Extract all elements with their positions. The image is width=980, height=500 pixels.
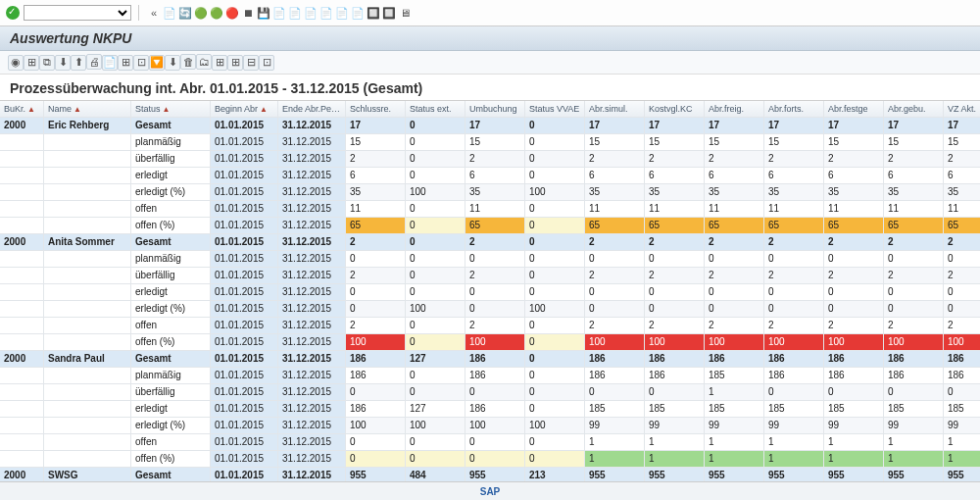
cell: 2 — [884, 233, 944, 250]
cell: 2 — [705, 233, 764, 250]
toolbar-button[interactable]: 📄 — [162, 5, 177, 21]
alv-button[interactable]: ⊞ — [24, 55, 39, 71]
toolbar-button[interactable]: 📄 — [350, 5, 366, 21]
cell: 2 — [346, 267, 406, 283]
cell: 6 — [346, 167, 406, 183]
column-header[interactable]: Abr.freig. — [705, 101, 764, 118]
column-header[interactable]: Beginn Abr▲ — [211, 101, 278, 118]
alv-button[interactable]: ⊟ — [243, 55, 259, 71]
app-toolbar: «📄🔄🟢🟢🔴⏹💾📄📄📄📄📄📄🔲🔲🖥 — [0, 0, 980, 26]
column-header[interactable]: Abr.simul. — [585, 101, 645, 118]
cell: 01.01.2015 — [211, 350, 278, 367]
toolbar-button[interactable]: 📄 — [287, 5, 303, 21]
table-row[interactable]: überfällig01.01.201531.12.20152020222222… — [0, 150, 980, 167]
column-header[interactable]: Abr.forts. — [764, 101, 824, 118]
table-row[interactable]: erledigt (%)01.01.201531.12.201535100351… — [0, 183, 980, 200]
table-row[interactable]: überfällig01.01.201531.12.20150000001000… — [0, 383, 980, 400]
toolbar-button[interactable]: 🟢 — [193, 5, 209, 21]
cell: überfällig — [131, 267, 211, 283]
cell: 65 — [944, 217, 981, 233]
table-row[interactable]: offen01.01.201531.12.2015202022222222222… — [0, 317, 980, 333]
toolbar-button[interactable]: 🔴 — [224, 5, 240, 21]
table-row[interactable]: offen (%)01.01.201531.12.201510001000100… — [0, 333, 980, 350]
cell: 2000 — [0, 350, 44, 367]
cell: 01.01.2015 — [211, 200, 278, 217]
table-row[interactable]: offen (%)01.01.201531.12.201565065065656… — [0, 217, 980, 233]
table-row[interactable]: erledigt (%)01.01.201531.12.201501000100… — [0, 300, 980, 317]
cell — [44, 300, 131, 317]
column-header[interactable]: Ende Abr.Per.▲ — [278, 101, 346, 118]
table-row[interactable]: 2000Eric RehbergGesamt01.01.201531.12.20… — [0, 117, 980, 133]
alv-button[interactable]: ⬇ — [165, 55, 180, 71]
toolbar-button[interactable]: 💾 — [256, 5, 271, 21]
cell: 0 — [944, 383, 981, 400]
column-header[interactable]: VZ Akt. — [944, 101, 981, 118]
column-header[interactable]: Name▲ — [44, 101, 131, 118]
toolbar-button[interactable]: 🟢 — [209, 5, 224, 21]
cell: 2 — [705, 150, 764, 167]
table-row[interactable]: erledigt01.01.201531.12.2015606066666666… — [0, 167, 980, 183]
table-row[interactable]: offen (%)01.01.201531.12.201500001111111… — [0, 450, 980, 467]
toolbar-button[interactable]: 🖥 — [397, 5, 413, 21]
alv-button[interactable]: ⬆ — [71, 55, 86, 71]
toolbar-button[interactable]: 🔲 — [381, 5, 397, 21]
cell: 0 — [406, 150, 466, 167]
table-row[interactable]: planmäßig01.01.201531.12.201500000000000… — [0, 250, 980, 267]
cell: 11 — [884, 200, 944, 217]
alv-button[interactable]: 🗑 — [180, 54, 196, 70]
table-row[interactable]: erledigt (%)01.01.201531.12.201510010010… — [0, 417, 980, 433]
toolbar-button[interactable]: 📄 — [334, 5, 350, 21]
toolbar-button[interactable]: 🔲 — [366, 5, 381, 21]
table-row[interactable]: planmäßig01.01.201531.12.201515015015151… — [0, 133, 980, 150]
table-row[interactable]: planmäßig01.01.201531.12.201518601860186… — [0, 367, 980, 383]
cell: 0 — [824, 250, 884, 267]
table-row[interactable]: erledigt01.01.201531.12.2015186127186018… — [0, 400, 980, 417]
table-row[interactable]: 2000Sandra PaulGesamt01.01.201531.12.201… — [0, 350, 980, 367]
column-header[interactable]: Status VVAE — [525, 101, 585, 118]
table-row[interactable]: offen01.01.201531.12.2015000011111111111… — [0, 433, 980, 450]
column-header[interactable]: Kostvgl.KC — [645, 101, 705, 118]
table-row[interactable]: überfällig01.01.201531.12.20152020222222… — [0, 267, 980, 283]
alv-button[interactable]: ◉ — [8, 55, 24, 71]
cell — [44, 183, 131, 200]
toolbar-button[interactable]: 🔄 — [177, 5, 193, 21]
table-row[interactable]: erledigt01.01.201531.12.2015000000000000… — [0, 283, 980, 300]
toolbar-button[interactable]: 📄 — [318, 5, 334, 21]
command-dropdown[interactable] — [24, 5, 131, 21]
column-header[interactable]: Schlussre. — [346, 101, 406, 118]
alv-button[interactable]: ⊡ — [133, 55, 149, 71]
alv-button[interactable]: 🗂 — [196, 54, 212, 70]
cell: 100 — [525, 417, 585, 433]
toolbar-button[interactable]: ⏹ — [240, 5, 256, 21]
cell: 185 — [764, 400, 824, 417]
table-row[interactable]: 2000Anita SommerGesamt01.01.201531.12.20… — [0, 233, 980, 250]
column-header[interactable]: Umbuchung — [466, 101, 525, 118]
column-header[interactable]: Abr.gebu. — [884, 101, 944, 118]
report-grid[interactable]: BuKr.▲Name▲Status▲Beginn Abr▲Ende Abr.Pe… — [0, 100, 980, 501]
cell: 35 — [824, 183, 884, 200]
toolbar-button[interactable]: 📄 — [303, 5, 318, 21]
alv-button[interactable]: ⊞ — [227, 55, 243, 71]
column-header[interactable]: Abr.festge — [824, 101, 884, 118]
toolbar-button[interactable]: « — [146, 5, 162, 21]
alv-button[interactable]: ⊡ — [259, 55, 274, 71]
alv-button[interactable]: ⊞ — [118, 55, 133, 71]
cell: 0 — [346, 250, 406, 267]
cell: 2 — [705, 317, 764, 333]
ok-icon[interactable] — [6, 6, 20, 20]
column-header[interactable]: BuKr.▲ — [0, 101, 44, 118]
toolbar-button[interactable]: 📄 — [271, 5, 287, 21]
alv-button[interactable]: ⊞ — [212, 55, 227, 71]
alv-button[interactable]: 📄 — [102, 55, 118, 71]
cell: 35 — [585, 183, 645, 200]
alv-button[interactable]: ⬇ — [55, 55, 71, 71]
cell: 0 — [585, 250, 645, 267]
column-header[interactable]: Status ext. — [406, 101, 466, 118]
alv-button[interactable]: 🖨 — [86, 54, 102, 70]
cell: 0 — [466, 383, 525, 400]
alv-button[interactable]: 🔽 — [149, 55, 165, 71]
cell: planmäßig — [131, 250, 211, 267]
column-header[interactable]: Status▲ — [131, 101, 211, 118]
table-row[interactable]: offen01.01.201531.12.2015110110111111111… — [0, 200, 980, 217]
alv-button[interactable]: ⧉ — [39, 55, 55, 71]
